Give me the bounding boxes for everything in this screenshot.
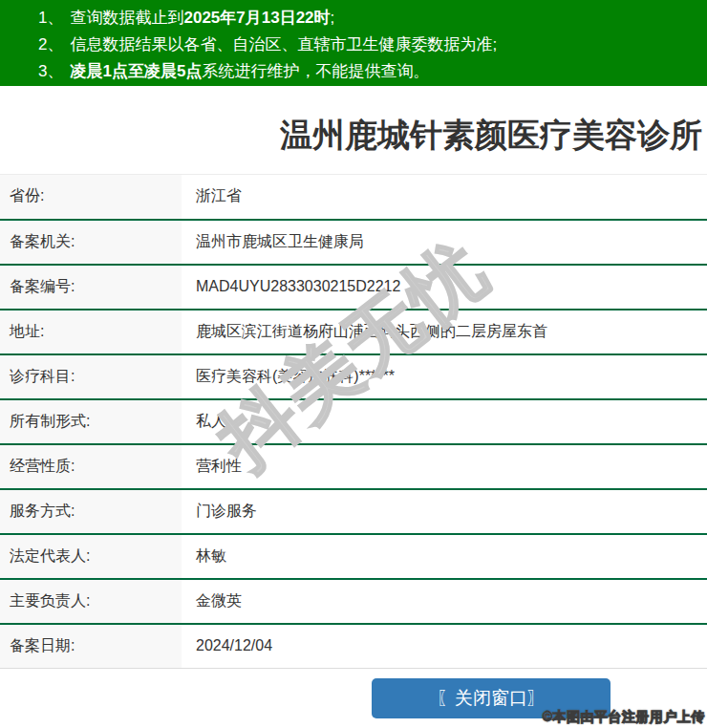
notice-text-bold: 凌晨1点至凌晨5点 <box>70 62 202 80</box>
notice-text: 查询数据截止到 <box>70 9 183 27</box>
notice-number: 2、 <box>38 35 63 54</box>
field-label: 经营性质: <box>0 444 182 489</box>
field-label: 法定代表人: <box>0 534 182 579</box>
field-label: 省份: <box>0 175 182 220</box>
table-row: 主要负责人: 金微英 <box>0 579 707 624</box>
field-value: 私人 <box>182 399 707 444</box>
field-label: 主要负责人: <box>0 579 182 624</box>
notice-line-1: 1、查询数据截止到2025年7月13日22时; <box>38 5 707 32</box>
notice-line-2: 2、信息数据结果以各省、自治区、直辖市卫生健康委数据为准; <box>38 32 707 58</box>
field-label: 备案机关: <box>0 220 182 265</box>
table-row: 法定代表人: 林敏 <box>0 534 707 579</box>
field-value: 浙江省 <box>182 175 707 220</box>
page-title: 温州鹿城针素颜医疗美容诊所 <box>0 86 707 174</box>
query-result-window: 1、查询数据截止到2025年7月13日22时; 2、信息数据结果以各省、自治区、… <box>0 0 707 728</box>
registration-info-table: 省份: 浙江省 备案机关: 温州市鹿城区卫生健康局 备案编号: MAD4UYU2… <box>0 174 707 669</box>
notice-number: 3、 <box>38 62 63 80</box>
notice-line-3: 3、凌晨1点至凌晨5点系统进行维护，不能提供查询。 <box>38 58 707 85</box>
field-label: 服务方式: <box>0 489 182 534</box>
table-row: 备案编号: MAD4UYU2833030215D2212 <box>0 265 707 310</box>
notice-text: ; <box>331 9 335 27</box>
field-label: 所有制形式: <box>0 399 182 444</box>
field-label: 备案编号: <box>0 265 182 310</box>
button-row: 〖关闭窗口〗 <box>0 678 707 718</box>
close-window-button[interactable]: 〖关闭窗口〗 <box>372 678 611 718</box>
field-value: 林敏 <box>182 534 707 579</box>
table-row: 所有制形式: 私人 <box>0 399 707 444</box>
field-value: 金微英 <box>182 579 707 624</box>
field-value: 2024/12/04 <box>182 624 707 669</box>
field-value: 门诊服务 <box>182 489 707 534</box>
table-row: 服务方式: 门诊服务 <box>0 489 707 534</box>
field-value: 温州市鹿城区卫生健康局 <box>182 220 707 265</box>
field-label: 地址: <box>0 310 182 354</box>
field-value: 鹿城区滨江街道杨府山浦西码头西侧的二层房屋东首 <box>182 310 707 354</box>
table-row: 备案日期: 2024/12/04 <box>0 624 707 669</box>
notice-text-bold: 2025年7月13日22时 <box>183 9 330 27</box>
field-value: MAD4UYU2833030215D2212 <box>182 265 707 310</box>
page: 1、查询数据截止到2025年7月13日22时; 2、信息数据结果以各省、自治区、… <box>0 0 707 718</box>
notice-text: 信息数据结果以各省、自治区、直辖市卫生健康委数据为准; <box>70 35 497 54</box>
field-value: 医疗美容科(美容皮肤科)****** <box>182 354 707 399</box>
field-label: 备案日期: <box>0 624 182 669</box>
table-row: 诊疗科目: 医疗美容科(美容皮肤科)****** <box>0 354 707 399</box>
notice-number: 1、 <box>38 9 63 27</box>
table-row: 备案机关: 温州市鹿城区卫生健康局 <box>0 220 707 265</box>
field-value: 营利性 <box>182 444 707 489</box>
notice-bar: 1、查询数据截止到2025年7月13日22时; 2、信息数据结果以各省、自治区、… <box>0 0 707 86</box>
table-row: 省份: 浙江省 <box>0 175 707 220</box>
notice-text: 系统进行维护，不能提供查询。 <box>202 62 429 80</box>
field-label: 诊疗科目: <box>0 354 182 399</box>
table-row: 地址: 鹿城区滨江街道杨府山浦西码头西侧的二层房屋东首 <box>0 310 707 354</box>
table-row: 经营性质: 营利性 <box>0 444 707 489</box>
